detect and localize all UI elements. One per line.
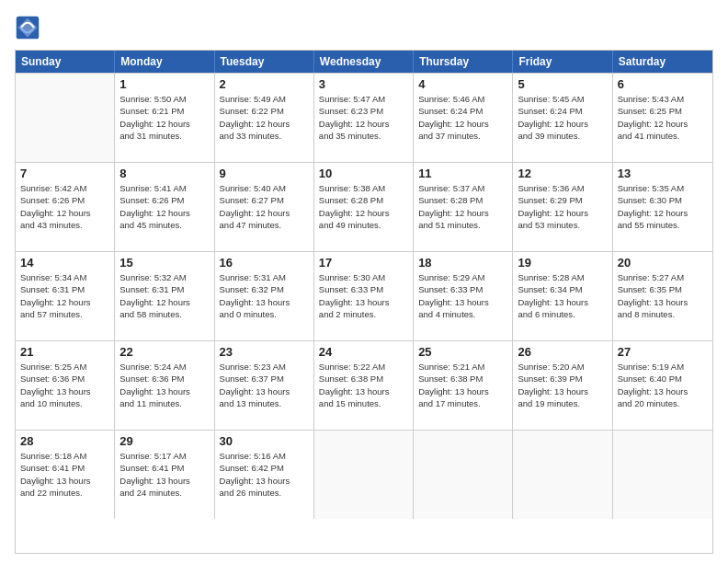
day-info-line: Sunset: 6:21 PM xyxy=(119,105,209,117)
day-number: 13 xyxy=(618,167,708,180)
day-info-line: Daylight: 12 hours xyxy=(618,207,708,219)
day-info-line: Daylight: 13 hours xyxy=(319,385,408,397)
page: SundayMondayTuesdayWednesdayThursdayFrid… xyxy=(0,0,728,563)
day-info-line: Sunrise: 5:25 AM xyxy=(20,361,109,373)
calendar-cell: 30Sunrise: 5:16 AMSunset: 6:42 PMDayligh… xyxy=(215,431,314,519)
day-info-line: and 4 minutes. xyxy=(418,308,507,320)
calendar-cell xyxy=(513,431,612,519)
day-number: 18 xyxy=(418,256,507,270)
day-number: 10 xyxy=(319,167,408,180)
day-info-line: and 22 minutes. xyxy=(20,487,109,499)
day-info: Sunrise: 5:17 AMSunset: 6:41 PMDaylight:… xyxy=(119,450,209,499)
day-info-line: and 15 minutes. xyxy=(319,397,408,409)
day-info-line: Sunrise: 5:49 AM xyxy=(220,93,309,105)
day-info-line: Sunset: 6:25 PM xyxy=(618,105,708,117)
calendar-row: 7Sunrise: 5:42 AMSunset: 6:26 PMDaylight… xyxy=(16,162,712,251)
calendar-cell: 14Sunrise: 5:34 AMSunset: 6:31 PMDayligh… xyxy=(16,252,115,340)
day-info-line: Sunset: 6:31 PM xyxy=(20,283,109,295)
day-info-line: Sunrise: 5:40 AM xyxy=(220,182,309,194)
calendar-cell xyxy=(613,431,712,519)
day-info-line: Sunrise: 5:19 AM xyxy=(618,361,708,373)
calendar-cell: 13Sunrise: 5:35 AMSunset: 6:30 PMDayligh… xyxy=(613,163,712,251)
day-info-line: Sunrise: 5:46 AM xyxy=(418,93,507,105)
day-info-line: Sunset: 6:28 PM xyxy=(319,194,408,206)
day-info-line: and 10 minutes. xyxy=(20,397,109,409)
day-info-line: Daylight: 12 hours xyxy=(319,118,408,130)
day-number: 5 xyxy=(518,77,607,91)
day-info-line: Sunrise: 5:17 AM xyxy=(119,450,209,462)
day-info: Sunrise: 5:18 AMSunset: 6:41 PMDaylight:… xyxy=(20,450,109,499)
calendar-cell: 24Sunrise: 5:22 AMSunset: 6:38 PMDayligh… xyxy=(314,341,414,430)
day-info-line: and 6 minutes. xyxy=(518,308,607,320)
calendar-cell: 29Sunrise: 5:17 AMSunset: 6:41 PMDayligh… xyxy=(115,431,214,519)
day-info-line: Daylight: 12 hours xyxy=(119,207,209,219)
calendar-cell: 1Sunrise: 5:50 AMSunset: 6:21 PMDaylight… xyxy=(115,74,214,162)
day-info-line: Sunset: 6:31 PM xyxy=(119,283,209,295)
day-info-line: Sunrise: 5:42 AM xyxy=(20,182,109,194)
day-number: 20 xyxy=(618,256,708,270)
day-info: Sunrise: 5:34 AMSunset: 6:31 PMDaylight:… xyxy=(20,271,109,320)
day-number: 22 xyxy=(119,345,209,359)
day-info: Sunrise: 5:37 AMSunset: 6:28 PMDaylight:… xyxy=(418,182,507,231)
calendar-cell: 18Sunrise: 5:29 AMSunset: 6:33 PMDayligh… xyxy=(414,252,513,340)
day-info-line: Daylight: 13 hours xyxy=(220,385,309,397)
calendar-row: 21Sunrise: 5:25 AMSunset: 6:36 PMDayligh… xyxy=(16,340,712,430)
day-info: Sunrise: 5:32 AMSunset: 6:31 PMDaylight:… xyxy=(119,271,209,320)
day-info: Sunrise: 5:16 AMSunset: 6:42 PMDaylight:… xyxy=(220,450,309,499)
day-info-line: Daylight: 12 hours xyxy=(119,296,209,308)
day-info-line: Daylight: 12 hours xyxy=(618,118,708,130)
day-info-line: and 37 minutes. xyxy=(418,130,507,142)
day-info-line: Daylight: 12 hours xyxy=(319,207,408,219)
day-number: 17 xyxy=(319,256,408,270)
day-info-line: Sunrise: 5:27 AM xyxy=(618,271,708,283)
day-info-line: Daylight: 13 hours xyxy=(20,475,109,487)
day-number: 27 xyxy=(618,345,708,359)
day-number: 24 xyxy=(319,345,408,359)
day-number: 21 xyxy=(20,345,109,359)
day-info-line: Sunrise: 5:28 AM xyxy=(518,271,607,283)
day-info-line: Sunset: 6:24 PM xyxy=(418,105,507,117)
day-info-line: and 53 minutes. xyxy=(518,219,607,231)
day-info: Sunrise: 5:27 AMSunset: 6:35 PMDaylight:… xyxy=(618,271,708,320)
day-info-line: Sunset: 6:42 PM xyxy=(220,462,309,474)
day-info-line: Daylight: 12 hours xyxy=(20,207,109,219)
day-info-line: Daylight: 12 hours xyxy=(220,207,309,219)
day-info-line: Sunset: 6:27 PM xyxy=(220,194,309,206)
day-info-line: Daylight: 12 hours xyxy=(418,118,507,130)
day-info-line: Daylight: 12 hours xyxy=(119,118,209,130)
day-info-line: Sunset: 6:26 PM xyxy=(119,194,209,206)
day-number: 8 xyxy=(119,167,209,180)
calendar-cell: 25Sunrise: 5:21 AMSunset: 6:38 PMDayligh… xyxy=(414,341,513,430)
day-info-line: Daylight: 13 hours xyxy=(319,296,408,308)
day-info-line: Daylight: 13 hours xyxy=(220,475,309,487)
day-info-line: and 13 minutes. xyxy=(220,397,309,409)
logo xyxy=(15,15,44,40)
day-info-line: and 41 minutes. xyxy=(618,130,708,142)
day-info-line: Sunset: 6:38 PM xyxy=(319,373,408,385)
calendar-header: SundayMondayTuesdayWednesdayThursdayFrid… xyxy=(16,51,712,73)
day-number: 9 xyxy=(220,167,309,180)
day-number: 29 xyxy=(119,434,209,448)
day-info-line: and 0 minutes. xyxy=(220,308,309,320)
calendar-cell: 5Sunrise: 5:45 AMSunset: 6:24 PMDaylight… xyxy=(513,74,612,162)
day-info-line: Sunrise: 5:20 AM xyxy=(518,361,607,373)
day-info-line: Sunrise: 5:23 AM xyxy=(220,361,309,373)
day-info-line: Sunset: 6:26 PM xyxy=(20,194,109,206)
day-info-line: Sunrise: 5:37 AM xyxy=(418,182,507,194)
day-info: Sunrise: 5:49 AMSunset: 6:22 PMDaylight:… xyxy=(220,93,309,142)
day-info-line: Sunrise: 5:22 AM xyxy=(319,361,408,373)
day-number: 6 xyxy=(618,77,708,91)
day-info-line: Sunrise: 5:30 AM xyxy=(319,271,408,283)
day-info: Sunrise: 5:36 AMSunset: 6:29 PMDaylight:… xyxy=(518,182,607,231)
day-info-line: and 19 minutes. xyxy=(518,397,607,409)
calendar-row: 1Sunrise: 5:50 AMSunset: 6:21 PMDaylight… xyxy=(16,73,712,162)
day-info-line: and 2 minutes. xyxy=(319,308,408,320)
day-info-line: Daylight: 13 hours xyxy=(518,385,607,397)
day-info-line: Sunset: 6:28 PM xyxy=(418,194,507,206)
calendar-cell: 23Sunrise: 5:23 AMSunset: 6:37 PMDayligh… xyxy=(215,341,314,430)
day-info: Sunrise: 5:41 AMSunset: 6:26 PMDaylight:… xyxy=(119,182,209,231)
calendar-cell: 8Sunrise: 5:41 AMSunset: 6:26 PMDaylight… xyxy=(115,163,214,251)
day-info-line: Daylight: 12 hours xyxy=(418,207,507,219)
calendar: SundayMondayTuesdayWednesdayThursdayFrid… xyxy=(15,50,713,554)
calendar-cell: 12Sunrise: 5:36 AMSunset: 6:29 PMDayligh… xyxy=(513,163,612,251)
